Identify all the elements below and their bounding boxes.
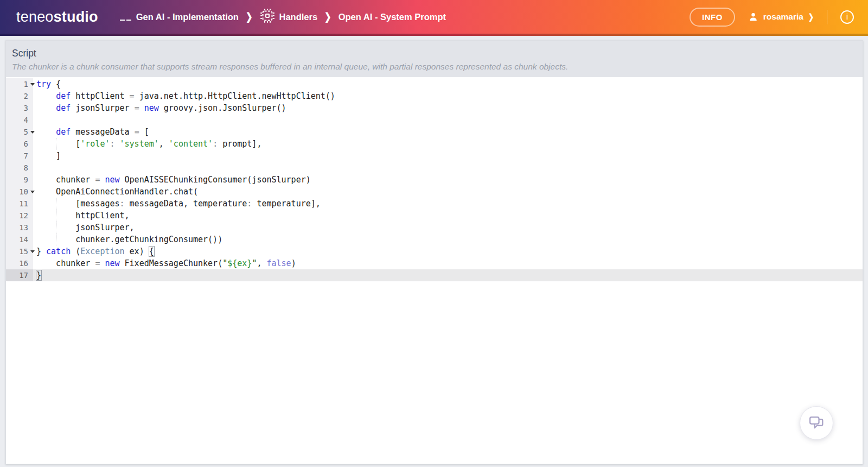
chat-fab-button[interactable] xyxy=(800,406,833,440)
code-token xyxy=(115,139,120,149)
code-text[interactable]: def httpClient = java.net.http.HttpClien… xyxy=(33,90,863,102)
line-number: 11 xyxy=(6,198,33,210)
solution-icon xyxy=(120,12,131,21)
code-line[interactable]: 14 chunker.getChunkingConsumer()) xyxy=(6,234,863,245)
code-line[interactable]: 6 ['role': 'system', 'content': prompt], xyxy=(6,138,863,150)
code-text[interactable]: httpClient, xyxy=(33,210,863,222)
code-text[interactable]: } catch (Exception ex) { xyxy=(33,245,863,257)
code-token xyxy=(36,91,56,101)
script-panel-header: Script The chunker is a chunk consumer t… xyxy=(6,41,863,77)
code-line[interactable]: 17} xyxy=(6,269,863,281)
code-token: jsonSlurper xyxy=(71,103,134,113)
code-token: FixedMessageChunker( xyxy=(120,258,223,268)
code-line[interactable]: 4 xyxy=(6,114,863,126)
code-token: chunker xyxy=(36,258,95,268)
indent-guide xyxy=(56,138,56,150)
code-token: new xyxy=(105,175,119,185)
code-token: } xyxy=(36,247,46,256)
info-button[interactable]: INFO xyxy=(690,8,735,27)
code-token: ) xyxy=(291,258,296,268)
code-token: ex) xyxy=(125,247,149,256)
username: rosamaria xyxy=(763,12,803,22)
code-text[interactable] xyxy=(33,162,863,174)
line-number: 10 xyxy=(6,186,33,198)
code-token: [ xyxy=(36,139,80,149)
line-number: 8 xyxy=(6,162,33,174)
code-line[interactable]: 12 httpClient, xyxy=(6,210,863,222)
chevron-right-icon: ❯ xyxy=(808,12,814,22)
fold-marker-icon[interactable] xyxy=(30,250,35,253)
code-line[interactable]: 7 ] xyxy=(6,150,863,162)
code-token: [messages xyxy=(36,199,120,209)
line-number: 6 xyxy=(6,138,33,150)
code-token: def xyxy=(56,127,71,137)
code-token: temperature], xyxy=(252,199,320,209)
code-line[interactable]: 8 xyxy=(6,162,863,174)
logo-light: teneo xyxy=(16,9,54,25)
line-number: 5 xyxy=(6,126,33,138)
code-token: new xyxy=(105,258,119,268)
chevron-right-icon: ❯ xyxy=(324,11,331,23)
code-line[interactable]: 2 def httpClient = java.net.http.HttpCli… xyxy=(6,90,863,102)
code-token xyxy=(36,127,56,137)
code-text[interactable]: OpenAiConnectionHandler.chat( xyxy=(33,186,863,198)
code-token: : xyxy=(110,139,114,149)
code-editor[interactable]: 1try {2 def httpClient = java.net.http.H… xyxy=(6,77,863,464)
code-token: 'content' xyxy=(169,139,213,149)
code-line[interactable]: 5 def messageData = [ xyxy=(6,126,863,138)
code-text[interactable]: jsonSlurper, xyxy=(33,222,863,234)
app-logo[interactable]: teneostudio xyxy=(16,9,98,26)
chevron-right-icon: ❯ xyxy=(246,11,253,23)
code-token: java.net.http.HttpClient.newHttpClient() xyxy=(135,91,335,101)
code-line[interactable]: 10 OpenAiConnectionHandler.chat( xyxy=(6,186,863,198)
code-token: messageData xyxy=(71,127,134,137)
line-number: 1 xyxy=(6,78,33,90)
script-panel: Script The chunker is a chunk consumer t… xyxy=(5,40,863,464)
line-number: 17 xyxy=(6,269,33,281)
line-number: 12 xyxy=(6,210,33,222)
code-line[interactable]: 3 def jsonSlurper = new groovy.json.Json… xyxy=(6,102,863,114)
code-text[interactable] xyxy=(33,114,863,126)
code-token: prompt], xyxy=(218,139,261,149)
line-number: 3 xyxy=(6,102,33,114)
code-line[interactable]: 11 [messages: messageData, temperature: … xyxy=(6,198,863,210)
fold-marker-icon[interactable] xyxy=(30,83,35,86)
code-text[interactable]: try { xyxy=(33,78,863,90)
chip-icon xyxy=(260,8,275,26)
line-number: 9 xyxy=(6,174,33,186)
chat-bubbles-icon xyxy=(807,414,826,432)
code-text[interactable]: [messages: messageData, temperature: tem… xyxy=(33,198,863,210)
code-text[interactable]: chunker.getChunkingConsumer()) xyxy=(33,234,863,245)
fold-marker-icon[interactable] xyxy=(30,131,35,134)
indent-guide xyxy=(56,210,56,222)
code-token: httpClient, xyxy=(36,211,130,220)
code-text[interactable]: chunker = new FixedMessageChunker("${ex}… xyxy=(33,257,863,269)
info-circle-icon[interactable]: i xyxy=(840,10,854,24)
code-line[interactable]: 15} catch (Exception ex) { xyxy=(6,245,863,257)
code-text[interactable]: ] xyxy=(33,150,863,162)
code-token: " xyxy=(222,258,227,268)
code-text[interactable]: def messageData = [ xyxy=(33,126,863,138)
code-token: catch xyxy=(46,247,71,256)
code-token: def xyxy=(56,91,71,101)
code-text[interactable]: ['role': 'system', 'content': prompt], xyxy=(33,138,863,150)
indent-guide xyxy=(56,198,56,210)
code-line[interactable]: 1try { xyxy=(6,78,863,90)
code-text[interactable]: } xyxy=(33,269,863,281)
code-line[interactable]: 16 chunker = new FixedMessageChunker("${… xyxy=(6,257,863,269)
code-token: httpClient xyxy=(71,91,129,101)
code-token: : xyxy=(120,199,125,209)
breadcrumb-handlers[interactable]: Handlers xyxy=(279,12,318,22)
fold-marker-icon[interactable] xyxy=(30,191,35,193)
code-text[interactable]: def jsonSlurper = new groovy.json.JsonSl… xyxy=(33,102,863,114)
code-token: OpenAiConnectionHandler.chat( xyxy=(36,187,198,197)
breadcrumb-solution[interactable]: Gen AI - Implementation xyxy=(136,12,239,22)
panel-description: The chunker is a chunk consumer that sup… xyxy=(12,62,856,72)
line-number: 2 xyxy=(6,90,33,102)
code-line[interactable]: 9 chunker = new OpenAISSEChunkingConsume… xyxy=(6,174,863,186)
code-token: ${ex} xyxy=(227,258,252,268)
code-text[interactable]: chunker = new OpenAISSEChunkingConsumer(… xyxy=(33,174,863,186)
user-menu[interactable]: rosamaria ❯ xyxy=(748,12,814,22)
indent-guide xyxy=(56,222,56,234)
code-line[interactable]: 13 jsonSlurper, xyxy=(6,222,863,234)
